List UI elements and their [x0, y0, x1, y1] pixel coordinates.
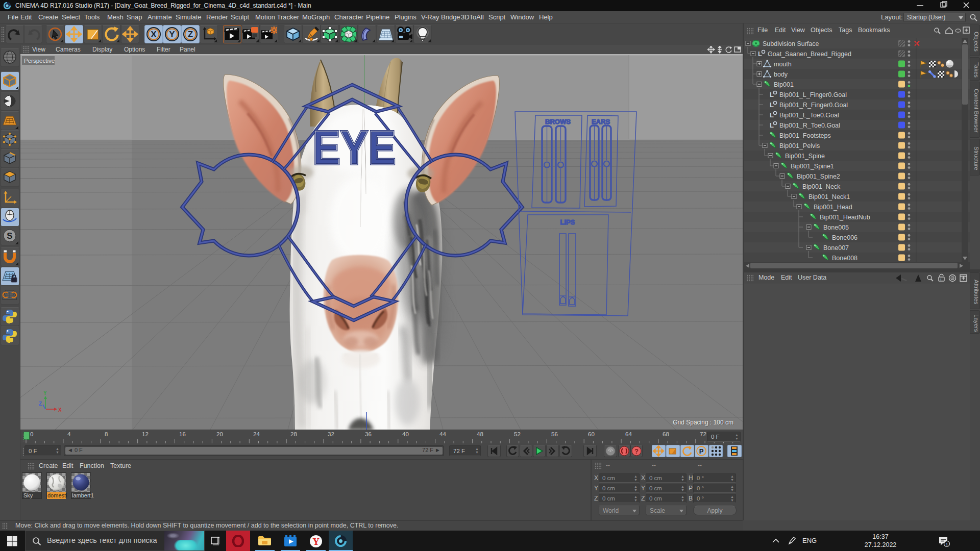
svg-text:Perspective: Perspective	[24, 58, 55, 64]
svg-text:Z: Z	[188, 30, 193, 39]
svg-text:EARS: EARS	[592, 118, 610, 126]
svg-text:L: L	[770, 111, 774, 119]
svg-text:L: L	[770, 91, 774, 98]
svg-text:L: L	[770, 101, 774, 109]
svg-text:Bip001_L_Finger0.Goal: Bip001_L_Finger0.Goal	[779, 91, 847, 98]
svg-text:Bone008: Bone008	[832, 255, 857, 262]
svg-text:Y: Y	[312, 536, 320, 547]
svg-text:Bone006: Bone006	[832, 234, 857, 241]
svg-text:1: 1	[946, 542, 948, 546]
svg-text:X: X	[58, 407, 62, 413]
svg-text:P: P	[699, 447, 704, 455]
svg-text:Bone007: Bone007	[823, 244, 849, 252]
svg-text:?: ?	[634, 447, 639, 455]
svg-text:X: X	[151, 30, 157, 39]
svg-text:S: S	[7, 231, 12, 241]
svg-text:body: body	[774, 71, 788, 78]
svg-text:Z: Z	[39, 401, 42, 407]
svg-text:Bip001_Footsteps: Bip001_Footsteps	[779, 132, 831, 139]
svg-text:Bip001_R_Toe0.Goal: Bip001_R_Toe0.Goal	[779, 122, 840, 129]
svg-text:!: !	[940, 278, 941, 281]
svg-text:Subdivision Surface: Subdivision Surface	[763, 40, 819, 47]
svg-text:Bip001_Neck: Bip001_Neck	[802, 183, 841, 190]
svg-text:Bip001_HeadNub: Bip001_HeadNub	[820, 214, 870, 221]
svg-text:Bip001: Bip001	[774, 81, 794, 88]
svg-text:Grid Spacing : 100 cm: Grid Spacing : 100 cm	[673, 419, 733, 426]
svg-text:Y: Y	[169, 30, 175, 39]
svg-text:Bip001_Head: Bip001_Head	[814, 204, 852, 211]
svg-text:Bip001_Neck1: Bip001_Neck1	[808, 193, 850, 201]
svg-text:Bone005: Bone005	[823, 224, 849, 231]
svg-text:Bip001_Pelvis: Bip001_Pelvis	[779, 142, 820, 149]
svg-text:L: L	[770, 121, 774, 129]
svg-text:EYE: EYE	[313, 120, 396, 174]
svg-text:Bip001_Spine1: Bip001_Spine1	[791, 163, 834, 170]
svg-text:Goat_Saanen_Breed_Rigged: Goat_Saanen_Breed_Rigged	[768, 51, 851, 58]
svg-text:L: L	[758, 50, 762, 58]
svg-text:Y: Y	[43, 390, 47, 396]
svg-text:mouth: mouth	[774, 61, 792, 68]
svg-text:BROWS: BROWS	[545, 118, 571, 126]
svg-text:Bip001_Spine2: Bip001_Spine2	[797, 173, 840, 180]
svg-text:Bip001_R_Finger0.Goal: Bip001_R_Finger0.Goal	[779, 102, 848, 109]
svg-text:LIPS: LIPS	[560, 218, 575, 226]
svg-text:Bip001_L_Toe0.Goal: Bip001_L_Toe0.Goal	[779, 112, 839, 119]
svg-text:Bip001_Spine: Bip001_Spine	[785, 153, 825, 160]
